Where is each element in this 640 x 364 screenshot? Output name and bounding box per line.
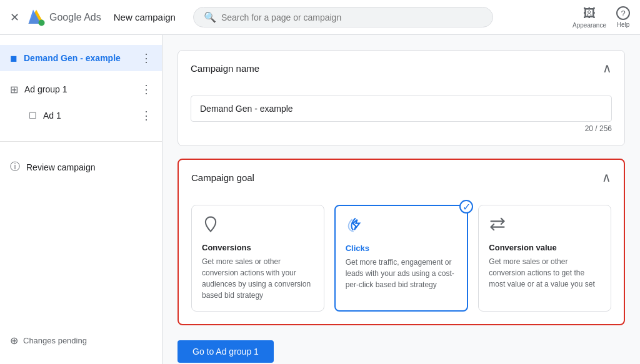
goal-option-clicks[interactable]: ✓ Clicks Get more traffic, engagement or…	[334, 205, 469, 312]
sidebar-item-review[interactable]: ⓘ Review campaign	[0, 154, 162, 180]
campaign-name-chevron-icon: ∧	[602, 61, 612, 76]
adgroup-more-icon[interactable]: ⋮	[141, 82, 152, 96]
clicks-icon	[346, 216, 458, 237]
search-icon: 🔍	[204, 11, 216, 23]
sidebar-adgroup-label: Ad group 1	[24, 84, 134, 94]
campaign-name-title: Campaign name	[191, 63, 259, 74]
changes-pending-icon: ⊕	[10, 335, 18, 347]
help-icon: ?	[616, 6, 630, 20]
clicks-desc: Get more traffic, engagement or leads wi…	[346, 257, 458, 290]
campaign-name-label: New campaign	[114, 12, 176, 22]
campaign-goal-card: Campaign goal ∧ Conversions Get more sal…	[178, 159, 625, 325]
conversion-value-title: Conversion value	[489, 243, 601, 252]
sidebar-ad-label: Ad 1	[43, 111, 134, 121]
go-to-adgroup-button[interactable]: Go to Ad group 1	[178, 340, 274, 363]
appearance-icon: 🖼	[583, 6, 596, 21]
search-input[interactable]	[221, 12, 482, 22]
conversions-desc: Get more sales or other conversion actio…	[202, 256, 314, 301]
main-layout: ◼ Demand Gen - example ⋮ ⊞ Ad group 1 ⋮ …	[0, 35, 640, 364]
char-count: 20 / 256	[191, 124, 612, 133]
clicks-title: Clicks	[346, 243, 458, 253]
campaign-icon: ◼	[10, 53, 18, 63]
ad-icon: ☐	[29, 111, 37, 121]
ad-more-icon[interactable]: ⋮	[141, 109, 152, 122]
topbar-actions: 🖼 Appearance ? Help	[572, 6, 630, 29]
goal-option-conversion-value[interactable]: Conversion value Get more sales or other…	[478, 205, 611, 312]
help-label: Help	[617, 21, 630, 28]
sidebar-divider	[0, 141, 162, 142]
campaign-name-card: Campaign name ∧ 20 / 256	[178, 50, 625, 146]
adgroup-icon: ⊞	[10, 84, 18, 96]
content-area: Campaign name ∧ 20 / 256 Campaign goal ∧	[162, 35, 640, 364]
changes-pending-label: Changes pending	[23, 336, 87, 345]
sidebar: ◼ Demand Gen - example ⋮ ⊞ Ad group 1 ⋮ …	[0, 35, 162, 364]
google-ads-logo: Google Ads	[27, 8, 101, 27]
google-ads-icon	[27, 8, 46, 27]
campaign-name-header[interactable]: Campaign name ∧	[178, 51, 624, 86]
review-icon: ⓘ	[10, 160, 20, 174]
appearance-button[interactable]: 🖼 Appearance	[572, 6, 606, 29]
sidebar-review-label: Review campaign	[26, 162, 152, 172]
conversion-value-desc: Get more sales or other conversion actio…	[489, 256, 601, 290]
campaign-goal-chevron-icon: ∧	[602, 170, 611, 185]
sidebar-bottom: ⊕ Changes pending	[0, 327, 162, 354]
conversions-icon	[202, 215, 314, 237]
conversion-value-icon	[489, 215, 601, 237]
close-button[interactable]: ✕	[10, 11, 19, 24]
campaign-goal-title: Campaign goal	[191, 172, 254, 183]
help-button[interactable]: ? Help	[616, 6, 630, 28]
sidebar-campaign-label: Demand Gen - example	[24, 53, 134, 63]
conversions-title: Conversions	[202, 243, 314, 252]
sidebar-item-campaign[interactable]: ◼ Demand Gen - example ⋮	[0, 45, 162, 71]
google-ads-label: Google Ads	[49, 12, 101, 23]
search-bar[interactable]: 🔍	[193, 7, 493, 27]
campaign-name-body: 20 / 256	[178, 86, 624, 145]
sidebar-item-ad[interactable]: ☐ Ad 1 ⋮	[0, 102, 162, 129]
sidebar-item-adgroup[interactable]: ⊞ Ad group 1 ⋮	[0, 76, 162, 102]
goal-option-conversions[interactable]: Conversions Get more sales or other conv…	[191, 205, 324, 312]
campaign-goal-header[interactable]: Campaign goal ∧	[179, 160, 624, 195]
appearance-label: Appearance	[572, 22, 606, 29]
topbar: ✕ Google Ads New campaign 🔍 🖼 Appearance…	[0, 0, 640, 35]
goal-options: Conversions Get more sales or other conv…	[179, 195, 624, 324]
clicks-selected-check: ✓	[459, 200, 473, 214]
campaign-more-icon[interactable]: ⋮	[141, 51, 152, 65]
svg-point-2	[39, 19, 45, 26]
campaign-name-input[interactable]	[191, 96, 612, 122]
